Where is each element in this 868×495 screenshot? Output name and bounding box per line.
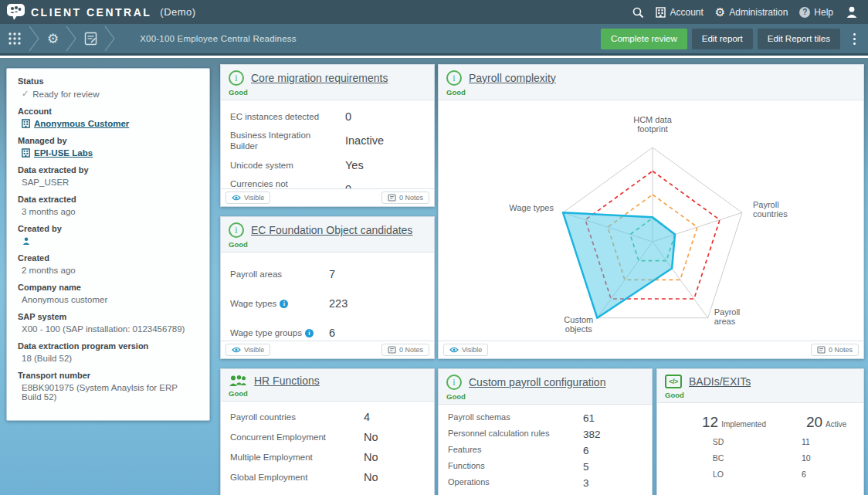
managed-by-label: Managed by <box>18 136 198 145</box>
info-circle-icon: i <box>446 375 462 390</box>
account-label: Account <box>18 107 198 116</box>
transport-number-label: Transport number <box>18 371 198 380</box>
administration-menu[interactable]: ⚙ Administration <box>715 6 788 18</box>
help-label: Help <box>814 7 833 18</box>
chevron-right-icon <box>29 24 40 53</box>
info-circle-icon: i <box>229 222 244 238</box>
search-icon[interactable] <box>632 6 644 19</box>
info-tooltip-icon[interactable]: i <box>280 300 288 308</box>
status-badge: Good <box>229 240 426 249</box>
created-by-label: Created by <box>18 224 198 233</box>
chevron-right-icon <box>104 24 116 53</box>
notes-button[interactable]: 0 Notes <box>381 192 429 204</box>
tile-payroll-complexity: i Payroll complexity Good HCM datafootpr… <box>438 64 864 359</box>
notes-button[interactable]: 0 Notes <box>381 344 429 356</box>
metric-row: Features 6 <box>448 444 643 456</box>
tile-title-link[interactable]: Payroll complexity <box>469 72 556 84</box>
metric-row: Personnel calculation rules 382 <box>448 428 643 440</box>
managed-by-link[interactable]: EPI-USE Labs <box>34 148 93 158</box>
info-tooltip-icon[interactable]: i <box>305 329 314 337</box>
sap-system-label: SAP system <box>18 312 198 321</box>
note-icon <box>388 346 396 354</box>
metric-row: Concurrent Employment No <box>230 429 425 445</box>
chevron-right-icon <box>66 24 77 53</box>
status-label: Status <box>18 76 198 86</box>
edit-report-tiles-button[interactable]: Edit Report tiles <box>758 29 840 49</box>
apps-grid-icon[interactable] <box>8 32 22 46</box>
svg-text:countries: countries <box>753 209 788 219</box>
account-menu[interactable]: Account <box>656 7 703 18</box>
tile-ec-foundation-object-candidates: i EC Foundation Object candidates Good P… <box>220 216 435 359</box>
tile-hr-functions: HR Functions Good Payroll countries 4 Co… <box>220 368 435 495</box>
tile-custom-payroll-configuration: i Custom payroll configuration Good Payr… <box>438 368 653 495</box>
metric-row: Payroll areas 7 <box>230 268 425 280</box>
svg-text:areas: areas <box>714 317 736 326</box>
visible-toggle[interactable]: Visible <box>225 192 270 204</box>
status-value: Ready for review <box>32 90 99 99</box>
metric-row: Multiple Employment No <box>230 449 425 465</box>
metric-row: Wage typesi 223 <box>230 297 425 310</box>
tile-title-link[interactable]: HR Functions <box>254 375 320 387</box>
more-options-icon[interactable] <box>848 29 860 49</box>
top-bar: CLIENT CENTRAL (Demo) Account ⚙ Administ… <box>0 0 868 24</box>
metric-row: Business Integration Builder Inactive <box>230 130 425 152</box>
user-avatar[interactable] <box>845 5 859 19</box>
created-value: 2 months ago <box>22 266 76 275</box>
edit-report-button[interactable]: Edit report <box>692 29 753 49</box>
metric-row: Global Employment No <box>230 470 425 485</box>
tile-title-link[interactable]: Custom payroll configuration <box>469 376 605 388</box>
metric-row: SD 11 <box>666 437 854 446</box>
app-subtitle: (Demo) <box>160 6 195 18</box>
info-circle-icon: i <box>229 70 244 86</box>
help-menu[interactable]: ? Help <box>799 7 833 18</box>
visible-toggle[interactable]: Visible <box>443 344 488 356</box>
extraction-version-label: Data extraction program version <box>18 341 198 351</box>
administration-label: Administration <box>729 7 788 18</box>
code-icon: </> <box>665 375 682 388</box>
report-canvas: Status ✓Ready for review Account Anonymo… <box>0 58 868 495</box>
status-badge: Good <box>229 389 426 398</box>
note-icon <box>817 346 826 354</box>
company-name-value: Anonymous customer <box>22 295 107 304</box>
svg-text:Payroll: Payroll <box>753 200 779 209</box>
building-icon <box>656 7 666 18</box>
company-name-label: Company name <box>18 283 198 292</box>
status-badge: Good <box>665 391 856 399</box>
gear-icon: ⚙ <box>715 6 725 18</box>
svg-text:Custom: Custom <box>564 315 593 324</box>
person-icon[interactable] <box>22 236 31 246</box>
metric-row: Unicode system Yes <box>230 159 425 171</box>
breadcrumb: ⚙ X00-100 Employee Central Readiness <box>8 24 297 53</box>
metric-row: Payroll schemas 61 <box>448 412 643 424</box>
visible-toggle[interactable]: Visible <box>225 344 270 356</box>
tile-title-link[interactable]: BADIs/EXITs <box>689 375 751 388</box>
implemented-stat: 12 Implemented <box>702 414 766 431</box>
metric-row: BC 10 <box>666 453 854 463</box>
client-central-logo[interactable] <box>6 3 25 21</box>
note-icon <box>388 194 396 202</box>
help-icon: ? <box>799 7 810 18</box>
status-badge: Good <box>229 88 426 97</box>
breadcrumb-bar: ⚙ X00-100 Employee Central Readiness Com… <box>0 24 868 56</box>
eye-icon <box>232 195 241 201</box>
data-extracted-by-value: SAP_USER <box>22 178 69 187</box>
svg-text:objects: objects <box>565 324 592 334</box>
app-title: CLIENT CENTRAL <box>31 6 151 19</box>
metric-row: Currencies not supported by ECPi 0 <box>230 178 425 188</box>
building-icon <box>22 148 30 158</box>
metric-row: Operations 3 <box>448 476 643 489</box>
account-label: Account <box>670 7 703 18</box>
settings-crumb-icon[interactable]: ⚙ <box>47 31 59 47</box>
metric-row: EC instances detected 0 <box>230 110 425 123</box>
tile-title-link[interactable]: EC Foundation Object candidates <box>251 224 412 236</box>
building-icon <box>22 119 30 128</box>
created-label: Created <box>18 253 198 263</box>
notes-button[interactable]: 0 Notes <box>811 344 859 356</box>
status-badge: Good <box>446 88 856 97</box>
metric-row: Functions 5 <box>448 460 643 473</box>
tile-title-link[interactable]: Core migration requirements <box>251 72 388 84</box>
account-link[interactable]: Anonymous Customer <box>34 119 129 128</box>
complete-review-button[interactable]: Complete review <box>601 29 687 49</box>
svg-text:Payroll: Payroll <box>714 307 741 317</box>
report-crumb-icon[interactable] <box>84 32 97 46</box>
